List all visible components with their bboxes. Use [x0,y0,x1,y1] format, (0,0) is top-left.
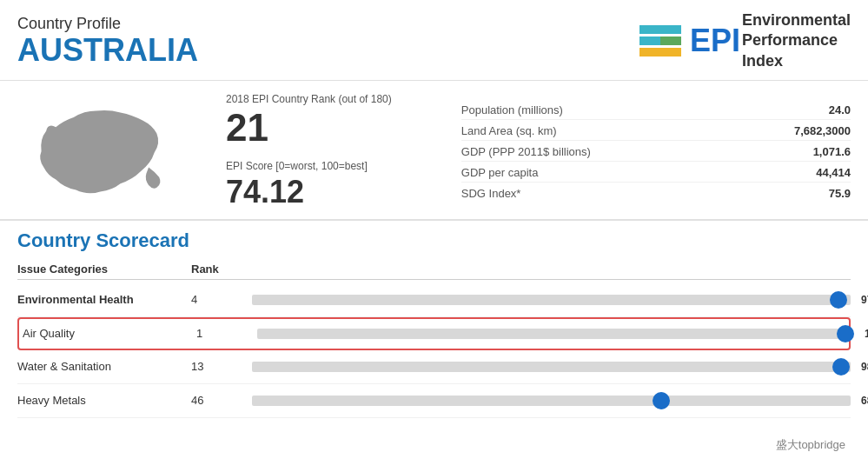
row-bar-area: 98.44 [252,357,851,376]
bar-dot [837,325,854,342]
row-name: Water & Sanitation [17,360,191,373]
bar-score-label: 97.95 [861,294,868,306]
stat-value: 7,682,3000 [794,124,851,137]
scorecard-title: Country Scorecard [17,229,851,252]
stat-row: GDP (PPP 2011$ billions) 1,071.6 [461,143,851,162]
row-name: Environmental Health [17,293,191,306]
stat-value: 1,071.6 [813,145,851,158]
epi-bar1 [639,25,681,34]
row-rank: 4 [191,293,252,306]
col-name-header: Issue Categories [17,263,191,276]
stat-label: GDP (PPP 2011$ billions) [461,145,591,158]
scorecard-row: Heavy Metals 46 68.34 [17,384,851,418]
bar-score-label: 98.44 [861,361,868,373]
bar-score-label: 100 [865,328,868,340]
epi-logo: EPI Environmental Performance Index [639,10,851,71]
scorecard-row: Water & Sanitation 13 98.44 [17,350,851,384]
bar-bg [257,329,845,339]
scorecard-rows: Environmental Health 4 97.95 Air Quality… [17,283,851,418]
page-header: Country Profile AUSTRALIA EPI Environmen… [0,0,868,81]
epi-bar2b [660,37,681,45]
bar-bg [252,362,851,372]
scorecard-header: Issue Categories Rank [17,259,851,280]
epi-logo-text: Environmental Performance Index [742,10,851,71]
epi-pi-letters: EPI [690,25,740,57]
epi-logo-icon [639,25,681,57]
stat-row: GDP per capita 44,414 [461,163,851,183]
info-section: 2018 EPI Country Rank (out of 180) 21 EP… [0,81,868,220]
row-rank: 13 [191,360,252,373]
score-value: 74.12 [226,174,392,210]
stat-label: SDG Index* [461,187,521,200]
stat-row: SDG Index* 75.9 [461,184,851,203]
score-label: EPI Score [0=worst, 100=best] [226,160,392,172]
row-bar-area: 100 [257,324,845,343]
scorecard-section: Country Scorecard Issue Categories Rank … [0,221,868,427]
stats-section: Population (millions) 24.0 Land Area (sq… [427,93,851,209]
row-bar-area: 97.95 [252,290,851,309]
stat-label: Land Area (sq. km) [461,124,557,137]
epi-bar2a [639,37,660,45]
rank-section: 2018 EPI Country Rank (out of 180) 21 EP… [209,93,409,209]
col-bar-header [252,263,851,276]
country-name: AUSTRALIA [17,33,198,68]
row-name: Air Quality [23,327,196,340]
scorecard-row: Environmental Health 4 97.95 [17,283,851,317]
bar-score-label: 68.34 [861,395,868,407]
row-name: Heavy Metals [17,394,191,407]
bar-dot [832,358,850,376]
stat-label: Population (millions) [461,103,563,116]
bar-bg [252,295,851,305]
rank-value: 21 [226,107,392,149]
header-left: Country Profile AUSTRALIA [17,15,198,68]
bar-dot [653,392,670,409]
stat-value: 24.0 [829,103,851,116]
stat-value: 44,414 [816,166,851,179]
stat-row: Population (millions) 24.0 [461,101,851,120]
stat-value: 75.9 [829,187,851,200]
stat-label: GDP per capita [461,166,539,179]
bar-dot [830,291,847,309]
scorecard-row: Air Quality 1 100 [17,317,851,350]
profile-label: Country Profile [17,15,198,33]
row-rank: 1 [196,327,257,340]
australia-map [22,95,187,208]
stat-row: Land Area (sq. km) 7,682,3000 [461,122,851,141]
scorecard-table: Issue Categories Rank Environmental Heal… [17,259,851,418]
bar-bg [252,396,851,406]
map-container [17,93,191,209]
col-rank-header: Rank [191,263,252,276]
row-rank: 46 [191,394,252,407]
rank-label: 2018 EPI Country Rank (out of 180) [226,93,392,105]
epi-bar3 [639,48,681,57]
row-bar-area: 68.34 [252,391,851,410]
watermark: 盛大topbridge [771,435,851,455]
